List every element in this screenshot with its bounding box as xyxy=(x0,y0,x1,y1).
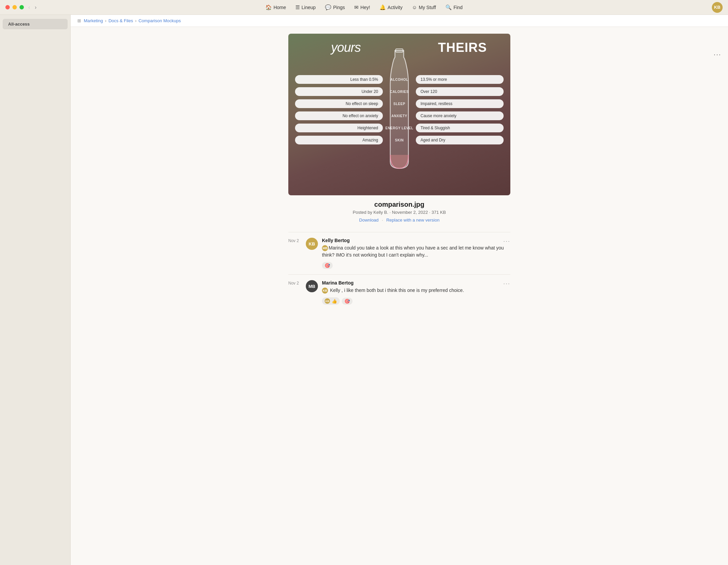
yours-skin: Amazing xyxy=(295,136,383,144)
pings-icon: 💬 xyxy=(325,4,331,10)
comment-1-text: MBMarina could you take a look at this w… xyxy=(322,244,510,259)
nav-item-lineup[interactable]: ☰ Lineup xyxy=(291,3,320,12)
category-anxiety: ANXIETY xyxy=(384,114,414,118)
file-meta-sep: · xyxy=(390,210,392,215)
file-name: comparison.jpg xyxy=(288,201,510,208)
file-date: November 2, 2022 xyxy=(392,210,428,215)
nav-label-activity: Activity xyxy=(388,5,402,10)
reaction-chip-target[interactable]: 🎯 xyxy=(342,298,353,305)
file-meta-sep2: · xyxy=(429,210,432,215)
comp-row-energy: Heightened ENERGY LEVEL Tired & Sluggish xyxy=(295,124,504,132)
comment-1-mention-avatar: MB xyxy=(322,245,328,251)
nav-item-home[interactable]: 🏠 Home xyxy=(261,3,290,12)
nav-arrows: ‹ › xyxy=(27,4,38,11)
comment-1-options[interactable]: ··· xyxy=(503,238,510,245)
file-info: comparison.jpg Posted by Kelly B. · Nove… xyxy=(288,195,510,225)
comment-1-avatar: KB xyxy=(306,238,318,250)
theirs-sleep: Impaired, restless xyxy=(416,99,504,108)
find-icon: 🔍 xyxy=(445,4,452,10)
yours-energy: Heightened xyxy=(295,124,383,132)
content-area: All-access ⊞ Marketing › Docs & Files › … xyxy=(0,15,728,565)
theirs-skin: Aged and Dry xyxy=(416,136,504,144)
comment-1-author: Kelly Bertog xyxy=(322,238,510,243)
nav-menu: 🏠 Home ☰ Lineup 💬 Pings ✉ Hey! 🔔 Activit… xyxy=(261,3,467,12)
comp-row-anxiety: No effect on anxiety ANXIETY Cause more … xyxy=(295,111,504,120)
nav-label-home: Home xyxy=(274,5,286,10)
file-posted-by: Posted by Kelly B. xyxy=(353,210,389,215)
main-content: ⊞ Marketing › Docs & Files › Comparison … xyxy=(71,15,728,565)
nav-item-find[interactable]: 🔍 Find xyxy=(441,3,467,12)
comment-1: Nov 2 KB Kelly Bertog MBMarina could you… xyxy=(288,232,510,274)
nav-label-my-stuff: My Stuff xyxy=(419,5,436,10)
nav-item-activity[interactable]: 🔔 Activity xyxy=(375,3,406,12)
comment-2-options[interactable]: ··· xyxy=(503,280,510,287)
category-sleep: SLEEP xyxy=(384,102,414,106)
file-actions: Download · Replace with a new version xyxy=(288,218,510,223)
breadcrumb-docs[interactable]: Docs & Files xyxy=(108,18,133,23)
my-stuff-icon: ☺ xyxy=(412,4,417,10)
comment-1-date: Nov 2 xyxy=(288,238,302,269)
maximize-button[interactable] xyxy=(20,5,24,9)
home-icon: 🏠 xyxy=(265,4,272,10)
category-skin: SKIN xyxy=(384,138,414,142)
nav-item-hey[interactable]: ✉ Hey! xyxy=(350,3,374,12)
breadcrumb-bar: ⊞ Marketing › Docs & Files › Comparison … xyxy=(71,15,728,27)
yours-sleep: No effect on sleep xyxy=(295,99,383,108)
reaction-chip-1[interactable]: 🎯 xyxy=(322,262,333,269)
back-button[interactable]: ‹ xyxy=(27,4,31,11)
comp-row-sleep: No effect on sleep SLEEP Impaired, restl… xyxy=(295,99,504,108)
file-view-container: ··· yours THEIRS xyxy=(71,27,728,317)
breadcrumb-sep-1: › xyxy=(105,18,106,23)
forward-button[interactable]: › xyxy=(33,4,38,11)
category-energy: ENERGY LEVEL xyxy=(384,126,414,130)
actions-sep: · xyxy=(382,218,383,223)
nav-label-hey: Hey! xyxy=(360,5,370,10)
replace-link[interactable]: Replace with a new version xyxy=(386,218,439,223)
breadcrumb-sep-2: › xyxy=(135,18,136,23)
comment-2-body: Marina Bertog KB Kelly , i like them bot… xyxy=(322,280,510,305)
nav-label-find: Find xyxy=(453,5,463,10)
activity-icon: 🔔 xyxy=(379,4,386,10)
traffic-lights xyxy=(5,5,24,9)
hey-icon: ✉ xyxy=(354,4,359,10)
sidebar-item-all-access[interactable]: All-access xyxy=(3,19,68,29)
comment-2-date: Nov 2 xyxy=(288,280,302,305)
comment-1-body: Kelly Bertog MBMarina could you take a l… xyxy=(322,238,510,269)
yours-label: yours xyxy=(298,40,381,55)
breadcrumb-mockups[interactable]: Comparison Mockups xyxy=(139,18,181,23)
yours-alcohol: Less than 0.5% xyxy=(295,75,383,84)
file-meta: Posted by Kelly B. · November 2, 2022 · … xyxy=(288,210,510,215)
comment-2-reactions: KB 👍 🎯 xyxy=(322,297,510,305)
category-calories: CALORIES xyxy=(384,90,414,94)
lineup-icon: ☰ xyxy=(295,4,300,10)
theirs-label: THEIRS xyxy=(418,40,500,55)
comment-2-avatar: MB xyxy=(306,280,318,292)
nav-item-pings[interactable]: 💬 Pings xyxy=(321,3,349,12)
file-size: 371 KB xyxy=(432,210,446,215)
comment-2-author: Marina Bertog xyxy=(322,280,510,286)
nav-label-lineup: Lineup xyxy=(301,5,316,10)
theirs-alcohol: 13.5% or more xyxy=(416,75,504,84)
comparison-rows: Less than 0.5% ALCOHOL 13.5% or more Und… xyxy=(288,75,510,144)
comment-2: Nov 2 MB Marina Bertog KB Kelly , i like… xyxy=(288,274,510,310)
nav-item-my-stuff[interactable]: ☺ My Stuff xyxy=(408,3,440,12)
titlebar: ‹ › 🏠 Home ☰ Lineup 💬 Pings ✉ Hey! 🔔 Act… xyxy=(0,0,728,15)
theirs-anxiety: Cause more anxiety xyxy=(416,111,504,120)
close-button[interactable] xyxy=(5,5,10,9)
nav-label-pings: Pings xyxy=(333,5,345,10)
yours-calories: Under 20 xyxy=(295,87,383,96)
breadcrumb-marketing[interactable]: Marketing xyxy=(84,18,103,23)
comp-row-calories: Under 20 CALORIES Over 120 xyxy=(295,87,504,96)
user-avatar[interactable]: KB xyxy=(712,2,723,13)
comparison-image: yours THEIRS xyxy=(288,34,510,195)
theirs-calories: Over 120 xyxy=(416,87,504,96)
file-view: yours THEIRS xyxy=(282,27,517,232)
yours-anxiety: No effect on anxiety xyxy=(295,111,383,120)
minimize-button[interactable] xyxy=(12,5,17,9)
file-options-button[interactable]: ··· xyxy=(714,51,721,58)
grid-icon: ⊞ xyxy=(77,18,81,23)
category-alcohol: ALCOHOL xyxy=(384,78,414,81)
reaction-chip-thumbs[interactable]: KB 👍 xyxy=(322,297,340,305)
comment-2-mention-avatar: KB xyxy=(322,288,328,294)
download-link[interactable]: Download xyxy=(359,218,379,223)
